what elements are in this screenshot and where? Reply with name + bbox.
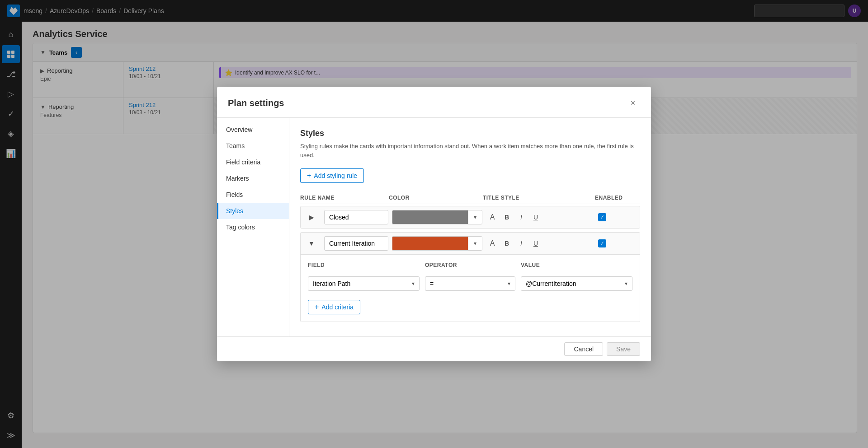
nav-item-tag-colors[interactable]: Tag colors: [217, 219, 289, 235]
style-rule-current-iteration-expanded: Field Operator Value Iteration Path ▾ = …: [301, 254, 640, 322]
rule-closed-style-bold-button[interactable]: B: [500, 211, 513, 224]
rule-current-iteration-collapse-button[interactable]: ▼: [306, 238, 317, 249]
style-rule-current-iteration-header: ▼ ▾ A B I U ✓: [301, 233, 640, 254]
col-header-title-style: Title style: [483, 195, 591, 201]
rule-current-iteration-color-swatch[interactable]: [392, 236, 468, 251]
style-rule-closed-header: ▶ ▾ A B I U ✓: [301, 206, 640, 228]
col-header-enabled: Enabled: [595, 195, 640, 201]
rule-current-iteration-color-dropdown-button[interactable]: ▾: [468, 236, 482, 251]
cancel-button[interactable]: Cancel: [564, 342, 603, 356]
field-dropdown[interactable]: Iteration Path ▾: [308, 276, 420, 291]
style-rule-closed: ▶ ▾ A B I U ✓: [300, 206, 640, 229]
rule-current-iteration-enabled-checkbox[interactable]: ✓: [598, 239, 606, 247]
col-header-color: Color: [389, 195, 479, 201]
nav-item-overview[interactable]: Overview: [217, 121, 289, 138]
rule-closed-expand-button[interactable]: ▶: [306, 212, 317, 223]
nav-item-fields[interactable]: Fields: [217, 187, 289, 203]
field-col-label: Field: [308, 262, 420, 268]
table-headers: Rule name Color Title style Enabled: [300, 192, 640, 204]
rule-ci-style-italic-button[interactable]: I: [515, 237, 528, 250]
nav-item-teams[interactable]: Teams: [217, 138, 289, 154]
dialog-body: Overview Teams Field criteria Markers Fi…: [217, 118, 651, 336]
rule-closed-color-swatch[interactable]: [392, 210, 468, 224]
dialog-header: Plan settings ×: [217, 87, 651, 118]
nav-item-markers[interactable]: Markers: [217, 170, 289, 187]
operator-col-label: Operator: [425, 262, 515, 268]
dialog-nav: Overview Teams Field criteria Markers Fi…: [217, 118, 289, 336]
rule-current-iteration-title-style: A B I U: [486, 237, 594, 250]
rule-current-iteration-name-input[interactable]: [324, 236, 388, 251]
style-rule-current-iteration: ▼ ▾ A B I U ✓: [300, 232, 640, 322]
rule-current-iteration-color-picker: ▾: [392, 236, 482, 251]
rule-closed-title-style: A B I U: [486, 211, 594, 224]
rule-closed-enabled-checkbox[interactable]: ✓: [598, 213, 606, 221]
add-styling-rule-button[interactable]: + Add styling rule: [300, 168, 364, 183]
add-criteria-label: Add criteria: [321, 303, 354, 311]
dialog-footer: Cancel Save: [217, 336, 651, 361]
rule-ci-style-bold-button[interactable]: B: [500, 237, 513, 250]
dialog-close-button[interactable]: ×: [626, 96, 640, 110]
plan-settings-dialog: Plan settings × Overview Teams Field cri…: [217, 87, 651, 361]
rule-closed-style-a-button[interactable]: A: [486, 211, 499, 224]
rule-closed-color-dropdown-button[interactable]: ▾: [468, 210, 482, 224]
field-dropdown-value: Iteration Path: [313, 280, 350, 287]
value-dropdown[interactable]: @CurrentIteration ▾: [521, 276, 632, 291]
criteria-values-row: Iteration Path ▾ = ▾ @CurrentIteration ▾: [308, 276, 632, 291]
content-section-desc: Styling rules make the cards with import…: [300, 142, 640, 159]
rule-closed-name-input[interactable]: [324, 210, 388, 224]
rule-closed-color-picker: ▾: [392, 210, 482, 224]
add-criteria-plus-icon: +: [315, 303, 319, 311]
rule-ci-style-a-button[interactable]: A: [486, 237, 499, 250]
add-styling-rule-plus-icon: +: [307, 172, 311, 180]
field-dropdown-arrow-icon: ▾: [412, 280, 415, 287]
operator-dropdown-arrow-icon: ▾: [508, 280, 510, 287]
nav-item-styles[interactable]: Styles: [217, 203, 289, 219]
add-criteria-button[interactable]: + Add criteria: [308, 300, 360, 314]
add-styling-rule-label: Add styling rule: [314, 172, 357, 179]
criteria-labels-row: Field Operator Value: [308, 262, 632, 271]
col-header-rule-name: Rule name: [300, 195, 385, 201]
rule-ci-style-underline-button[interactable]: U: [529, 237, 542, 250]
save-button[interactable]: Save: [607, 342, 640, 356]
rule-closed-style-underline-button[interactable]: U: [529, 211, 542, 224]
value-dropdown-value: @CurrentIteration: [526, 280, 576, 287]
rule-closed-style-italic-button[interactable]: I: [515, 211, 528, 224]
operator-dropdown-value: =: [430, 280, 434, 287]
dialog-content-area: Styles Styling rules make the cards with…: [289, 118, 651, 336]
operator-dropdown[interactable]: = ▾: [425, 276, 515, 291]
value-dropdown-arrow-icon: ▾: [625, 280, 627, 287]
nav-item-field-criteria[interactable]: Field criteria: [217, 154, 289, 170]
value-col-label: Value: [521, 262, 632, 268]
dialog-title: Plan settings: [228, 98, 284, 108]
content-section-title: Styles: [300, 129, 640, 138]
